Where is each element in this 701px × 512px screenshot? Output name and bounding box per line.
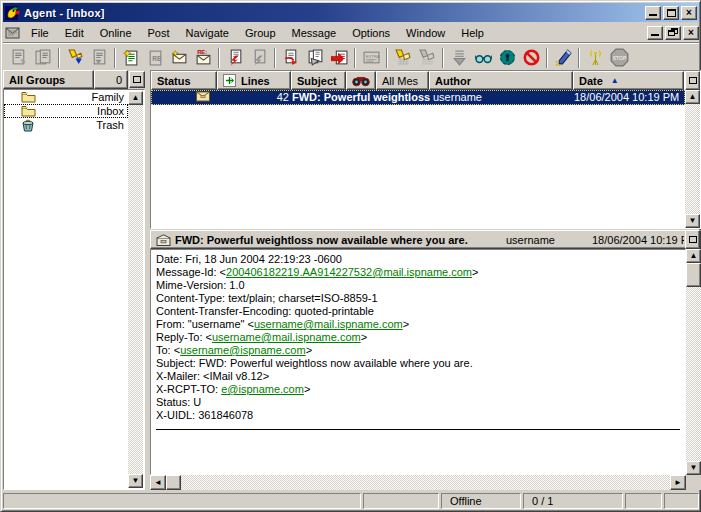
block-icon[interactable] <box>519 46 543 69</box>
list-vertical-scrollbar[interactable]: ▲ ▼ <box>685 90 700 228</box>
status-panel <box>625 493 662 509</box>
mark-read-arrow-icon[interactable] <box>447 46 471 69</box>
groups-count-header[interactable]: 0 <box>94 70 128 89</box>
header-line: X-Mailer: <IMail v8.12> <box>156 370 680 383</box>
scrollbar-corner <box>686 475 701 490</box>
group-row-family[interactable]: Family <box>4 90 128 104</box>
menu-navigate[interactable]: Navigate <box>178 24 237 42</box>
send-lightning-icon[interactable] <box>223 46 247 69</box>
menu-file[interactable]: File <box>23 24 57 42</box>
column-status[interactable]: Status <box>151 71 217 90</box>
close-icon[interactable]: × <box>681 6 697 20</box>
scroll-up-icon[interactable]: ▲ <box>686 249 701 263</box>
maximize-icon[interactable] <box>663 6 679 20</box>
message-lines-cell: 42 <box>218 91 292 104</box>
email-link[interactable]: username@mail.ispname.com <box>212 331 361 343</box>
glasses-icon[interactable] <box>471 46 495 69</box>
mdi-restore-icon[interactable] <box>665 26 681 40</box>
toolbar: RE RE: EXTRA <box>3 45 699 70</box>
re-label: RE: <box>197 49 207 55</box>
groups-vertical-scrollbar[interactable]: ▲ ▼ <box>128 91 143 488</box>
lock-icon[interactable] <box>495 46 519 69</box>
scroll-down-icon[interactable]: ▼ <box>686 461 701 475</box>
menu-post[interactable]: Post <box>140 24 178 42</box>
group-row-inbox[interactable]: Inbox <box>4 104 128 118</box>
message-body: Date: Fri, 18 Jun 2004 22:19:23 -0600 Me… <box>150 249 686 475</box>
flashlight-down-arrow-icon[interactable] <box>63 46 87 69</box>
group-row-trash[interactable]: Trash <box>4 118 128 132</box>
import-document-icon[interactable] <box>327 46 351 69</box>
groups-panel-title[interactable]: All Groups <box>3 70 94 89</box>
menu-window[interactable]: Window <box>398 24 453 42</box>
document-arrow-icon[interactable] <box>87 46 111 69</box>
header-line: To: <username@ispname.com> <box>156 344 680 357</box>
forward-document-icon[interactable] <box>279 46 303 69</box>
scroll-down-icon[interactable]: ▼ <box>128 474 143 488</box>
rocket-icon[interactable] <box>551 46 575 69</box>
message-row[interactable]: 42 FWD: Powerful weightloss now availabl… <box>151 90 685 105</box>
preview-vertical-scrollbar[interactable]: ▲ ▼ <box>686 249 701 475</box>
preview-pane-maximize-button[interactable] <box>685 230 700 249</box>
agent-window: Agent - [Inbox] × File Edit Online Post … <box>0 0 701 512</box>
header-line: Status: U <box>156 396 680 409</box>
filter-button[interactable] <box>346 71 376 90</box>
antenna-icon[interactable] <box>583 46 607 69</box>
email-link[interactable]: 200406182219.AA914227532@mail.ispname.co… <box>226 266 472 278</box>
scroll-up-icon[interactable]: ▲ <box>128 91 143 105</box>
header-line: Mime-Version: 1.0 <box>156 279 680 292</box>
new-article-icon[interactable] <box>119 46 143 69</box>
minimize-icon[interactable] <box>645 6 661 20</box>
header-line: Message-Id: <200406182219.AA914227532@ma… <box>156 266 680 279</box>
scroll-left-icon[interactable]: ◄ <box>150 475 166 490</box>
preview-horizontal-scrollbar[interactable]: ◄ ► <box>150 475 686 490</box>
menu-options[interactable]: Options <box>344 24 398 42</box>
groups-panel-header: All Groups 0 <box>3 70 145 89</box>
menu-help[interactable]: Help <box>453 24 492 42</box>
mdi-close-icon[interactable]: × <box>683 26 699 40</box>
menu-online[interactable]: Online <box>92 24 140 42</box>
extra-headers-icon[interactable]: EXTRA <box>359 46 383 69</box>
folder-icon <box>21 105 36 117</box>
binoculars-icon <box>352 75 370 87</box>
groups-panel: All Groups 0 Family Inbox Trash ▲ ▼ <box>3 70 145 490</box>
groups-pane-maximize-button[interactable] <box>129 71 145 88</box>
document-pen-icon[interactable] <box>7 46 31 69</box>
stop-icon[interactable]: STOP <box>607 46 631 69</box>
scroll-up-icon[interactable]: ▲ <box>685 90 700 104</box>
window-title: Agent - [Inbox] <box>24 7 643 19</box>
agent-logo-icon[interactable] <box>5 5 21 21</box>
status-panel <box>363 493 439 509</box>
email-link[interactable]: username@ispname.com <box>180 344 306 356</box>
forward-stack-icon[interactable] <box>303 46 327 69</box>
email-link[interactable]: e@ispname.com <box>221 383 304 395</box>
header-line: Content-Transfer-Encoding: quoted-printa… <box>156 305 680 318</box>
new-email-icon[interactable] <box>167 46 191 69</box>
sort-ascending-icon: ▲ <box>611 76 619 85</box>
flashlight-search-disabled-icon[interactable] <box>415 46 439 69</box>
message-list-header: Status Lines Subject All Mes Author Date… <box>151 71 700 90</box>
scrollbar-thumb[interactable] <box>166 475 181 490</box>
email-link[interactable]: username@mail.ispname.com <box>254 318 403 330</box>
header-line: Date: Fri, 18 Jun 2004 22:19:23 -0600 <box>156 253 680 266</box>
envelope-icon <box>196 91 210 102</box>
filter-value[interactable]: All Mes <box>376 71 429 90</box>
scroll-right-icon[interactable]: ► <box>670 475 686 490</box>
documents-copy-icon[interactable] <box>31 46 55 69</box>
send-disabled-icon[interactable] <box>247 46 271 69</box>
reply-article-icon[interactable]: RE <box>143 46 167 69</box>
list-pane-maximize-button[interactable] <box>685 71 700 90</box>
mdi-minimize-icon[interactable] <box>647 26 663 40</box>
menu-message[interactable]: Message <box>284 24 345 42</box>
reply-email-icon[interactable]: RE: <box>191 46 215 69</box>
column-lines[interactable]: Lines <box>217 71 291 90</box>
menu-edit[interactable]: Edit <box>57 24 92 42</box>
scroll-down-icon[interactable]: ▼ <box>685 214 700 228</box>
mdi-system-menu-icon[interactable] <box>5 25 21 41</box>
menu-group[interactable]: Group <box>237 24 284 42</box>
scrollbar-thumb[interactable] <box>686 263 701 287</box>
column-author[interactable]: Author <box>429 71 573 90</box>
statusbar: Offline 0 / 1 <box>3 490 699 509</box>
column-date[interactable]: Date ▲ <box>573 71 684 90</box>
column-subject[interactable]: Subject <box>291 71 346 90</box>
flashlight-search-icon[interactable] <box>391 46 415 69</box>
